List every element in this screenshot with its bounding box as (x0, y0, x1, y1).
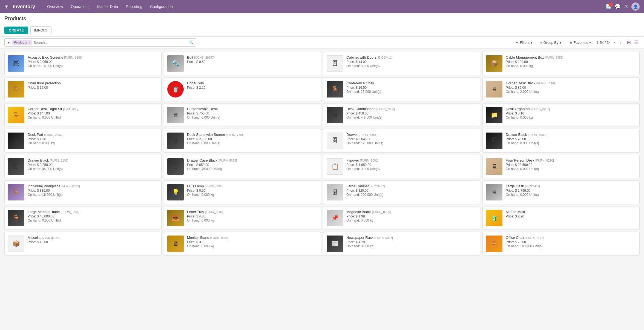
product-code: [FURN_5555] (545, 56, 563, 59)
chat-button[interactable]: 💬 (615, 4, 621, 10)
nav-overview[interactable]: Overview (44, 3, 66, 10)
product-card[interactable]: 🖱 Desk Pad [FURN_0002] Price: $ 1.98 On … (4, 129, 162, 153)
product-stock: On hand: 0.000 kg (187, 193, 317, 197)
product-code: [FURN_0002] (44, 133, 62, 136)
product-info: Desk Organizer [FURN_0001] Price: $ 5.10… (506, 107, 636, 119)
product-card[interactable]: 📌 Magnetic Board [FURN_0005] Price: $ 1.… (323, 206, 480, 230)
product-price: Price: $ 0.50 (187, 60, 317, 64)
product-card[interactable]: 🥤 Coca-Cola Price: $ 2.20 (164, 78, 321, 101)
product-code: [FURN_0005] (372, 210, 391, 214)
product-card[interactable]: 🗄 Large Cabinet [E-COM07] Price: $ 320.0… (323, 180, 480, 204)
nav-configuration[interactable]: Configuration (147, 3, 176, 10)
filter-icon: ▼ (515, 41, 519, 45)
product-code: [FURN_0006] (210, 236, 229, 239)
product-name: Magnetic Board [FURN_0005] (346, 210, 477, 214)
product-code: [FURN_8900] (528, 133, 546, 136)
create-button[interactable]: CREATE (4, 27, 28, 34)
search-tag-remove[interactable]: × (28, 40, 30, 45)
product-price: Price: $ 0.90 (187, 189, 317, 193)
prev-page-button[interactable]: ‹ (613, 39, 616, 45)
import-button[interactable]: IMPORT (30, 26, 51, 34)
product-code: [FURN_0789] (61, 185, 80, 188)
nav-operations[interactable]: Operations (67, 3, 93, 10)
product-thumbnail: 📦 (486, 55, 502, 72)
product-name: Large Desk [E-COM09] (506, 184, 636, 188)
product-card[interactable]: 🗄 Cabinet with Doors [E-COM11] Price: $ … (323, 52, 480, 75)
product-name: Letter Tray [FURN_0004] (187, 210, 317, 214)
product-card[interactable]: 🧃 Minute Maid Price: $ 2.20 (482, 206, 640, 230)
product-card[interactable]: 📰 Newspaper Rack [FURN_0007] Price: $ 1.… (323, 232, 480, 256)
product-card[interactable]: 🪑 Chair floor protection Price: $ 12.00 (4, 78, 162, 101)
search-magnifier-icon[interactable]: 🔍 (189, 41, 194, 45)
close-button[interactable]: ✕ (624, 4, 628, 10)
grid-menu-icon[interactable]: ⊞ (4, 4, 8, 10)
list-view-button[interactable]: ☰ (633, 39, 640, 46)
product-code: [FURN_8220] (535, 159, 554, 162)
product-card[interactable]: 🖥 Desk Combination [FURN_7800] Price: $ … (323, 103, 480, 127)
product-card[interactable]: 🪑 Conference Chair Price: $ 16.50 On han… (323, 78, 480, 101)
filters-button[interactable]: ▼ Filters ▾ (513, 39, 535, 46)
product-info: Magnetic Board [FURN_0005] Price: $ 1.98… (346, 210, 477, 222)
product-stock: On hand: 0.000 Unit(s) (346, 167, 477, 171)
product-card[interactable]: 🗄 Drawer Case Black [FURN_5623] Price: $… (164, 155, 321, 178)
product-name: Miscellaneous [MISC] (28, 236, 158, 240)
product-card[interactable]: 📋 Flipover [FURN_9001] Price: $ 1,950.00… (323, 155, 480, 178)
next-page-button[interactable]: › (619, 39, 622, 45)
search-tag[interactable]: Products × (12, 40, 32, 45)
product-info: Individual Workplace [FURN_0789] Price: … (28, 184, 158, 197)
product-thumbnail: 🖱 (8, 133, 24, 149)
product-card[interactable]: 🖥 Four Person Desk [FURN_8220] Price: $ … (482, 155, 640, 178)
product-thumbnail: 🖥 (486, 81, 502, 97)
product-price: Price: $ 25.00 (506, 137, 636, 141)
product-card[interactable]: 💡 LED Lamp [FURN_0003] Price: $ 0.90 On … (164, 180, 321, 204)
favorites-button[interactable]: ★ Favorites ▾ (567, 39, 593, 46)
product-info: Acoustic Bloc Screens [FURN_6666] Price:… (28, 55, 158, 68)
user-avatar[interactable]: 👤 (631, 2, 640, 11)
product-thumbnail: 📌 (327, 210, 343, 226)
product-info: Chair floor protection Price: $ 12.00 (28, 81, 158, 90)
star-icon: ★ (569, 41, 573, 45)
product-card[interactable]: 🗄 Drawer [FURN_8855] Price: $ 3,645.00 O… (323, 129, 480, 153)
kanban-view-button[interactable]: ⊞ (626, 39, 632, 46)
product-card[interactable]: 🗄 Drawer Black [FURN_2100] Price: $ 2,25… (4, 155, 162, 178)
product-thumbnail: 🗄 (327, 184, 343, 200)
search-input[interactable] (33, 41, 188, 45)
nav-master-data[interactable]: Master Data (94, 3, 121, 10)
product-info: Drawer Black [FURN_8900] Price: $ 25.00 … (506, 133, 636, 145)
product-price: Price: $ 885.00 (28, 189, 158, 193)
product-card[interactable]: 🪑 Office Chair [FURN_7777] Price: $ 70.0… (482, 232, 640, 256)
notifications-button[interactable]: 🔄 7 (605, 4, 611, 10)
product-stock: On hand: 0.000 Unit(s) (28, 116, 158, 119)
product-stock: On hand: 0.000 Unit(s) (187, 141, 317, 145)
group-by-button[interactable]: ≡ Group By ▾ (538, 39, 564, 46)
product-card[interactable]: 🖥 Customizable Desk Price: $ 750.00 On h… (164, 103, 321, 127)
product-card[interactable]: 🖥 Large Desk [E-COM09] Price: $ 1,799.00… (482, 180, 640, 204)
product-card[interactable]: 🪑 Corner Desk Right Sit [E-COM06] Price:… (4, 103, 162, 127)
product-card[interactable]: 📥 Letter Tray [FURN_0004] Price: $ 4.80 … (164, 206, 321, 230)
product-price: Price: $ 40,000.00 (28, 214, 158, 218)
product-card[interactable]: 🖥 Desk Stand with Screen [FURN_7888] Pri… (164, 129, 321, 153)
product-card[interactable]: 🖼 Acoustic Bloc Screens [FURN_6666] Pric… (4, 52, 162, 75)
product-thumbnail: 🪑 (8, 210, 24, 226)
product-card[interactable]: 📁 Desk Organizer [FURN_0001] Price: $ 5.… (482, 103, 640, 127)
nav-reporting[interactable]: Reporting (122, 3, 146, 10)
product-card[interactable]: 🪑 Large Meeting Table [FURN_6741] Price:… (4, 206, 162, 230)
product-price: Price: $ 16.50 (346, 86, 477, 90)
product-thumbnail: 🗄 (327, 133, 343, 149)
product-card[interactable]: 🖥 Monitor Stand [FURN_0006] Price: $ 3.1… (164, 232, 321, 256)
product-thumbnail: 🖥 (167, 236, 184, 252)
product-card[interactable]: 🖥 Corner Desk Black [FURN_1118] Price: $… (482, 78, 640, 101)
group-by-label: Group By (544, 41, 559, 45)
view-toggle: ⊞ ☰ (626, 39, 640, 46)
product-name: Customizable Desk (187, 107, 317, 111)
product-name: Desk Pad [FURN_0002] (28, 133, 158, 137)
product-card[interactable]: 🔩 Bolt [CONS_89957] Price: $ 0.50 (164, 52, 321, 75)
product-card[interactable]: 🪑 Individual Workplace [FURN_0789] Price… (4, 180, 162, 204)
product-card[interactable]: 📦 Cable Management Box [FURN_5555] Price… (482, 52, 640, 75)
product-price: Price: $ 14.00 (346, 60, 477, 64)
product-card[interactable]: 📦 Miscellaneous [MISC] Price: $ 18.00 (4, 232, 162, 256)
product-name: Four Person Desk [FURN_8220] (506, 158, 636, 162)
product-card[interactable]: 🗄 Drawer Black [FURN_8900] Price: $ 25.0… (482, 129, 640, 153)
product-code: [CONS_89957] (194, 56, 215, 59)
product-thumbnail: 🪑 (8, 184, 24, 200)
